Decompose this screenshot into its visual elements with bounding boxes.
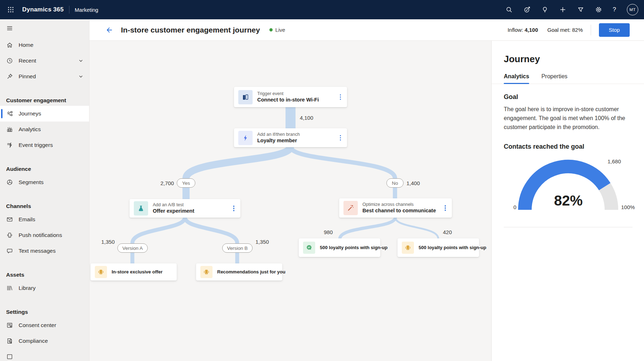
- edge-value-version-b: 1,350: [255, 239, 269, 245]
- topbar-actions: ? MT: [506, 4, 644, 15]
- sidebar-item-event-triggers[interactable]: Event triggers: [0, 137, 89, 153]
- inflow-value: 4,100: [525, 27, 538, 33]
- node-type-label: Add an A/B test: [153, 202, 194, 208]
- sidebar-item-label: Event triggers: [19, 142, 53, 148]
- phone-vibrate-icon: [6, 232, 13, 239]
- sidebar-item-label: Compliance: [19, 338, 48, 344]
- edge-sms: [340, 217, 395, 239]
- sidebar-item-analytics[interactable]: Analytics: [0, 122, 89, 137]
- panel-divider: [504, 227, 633, 227]
- gauge-heading: Contacts reached the goal: [504, 143, 633, 150]
- document-icon: [6, 353, 13, 360]
- journey-canvas[interactable]: 4,100 2,700 1,400 1,350 1,350 980 420 Ye…: [89, 41, 491, 361]
- more-options-button[interactable]: [338, 93, 343, 102]
- clock-icon: [6, 57, 13, 64]
- node-type-label: Trigger event: [257, 91, 319, 97]
- sidebar-item-segments[interactable]: Segments: [0, 174, 89, 190]
- panel-tabs: Analytics Properties: [492, 73, 644, 84]
- sidebar-item-journeys[interactable]: Journeys: [0, 106, 89, 122]
- envelope-icon: [6, 216, 13, 223]
- lightning-bolt-icon: [238, 131, 253, 145]
- sidebar-item-recent[interactable]: Recent: [0, 53, 89, 69]
- back-button[interactable]: [105, 26, 113, 34]
- phone-vibrate-icon: [95, 266, 107, 278]
- panel-title: Journey: [504, 54, 633, 65]
- document-badge-icon: [6, 322, 13, 329]
- node-push-offer-b[interactable]: Recommendations just for you: [196, 263, 282, 281]
- gauge-reached-label: 1,680: [608, 158, 621, 164]
- journey-header: In-store customer engagement journey Liv…: [89, 19, 644, 41]
- add-icon[interactable]: [559, 6, 566, 13]
- sidebar-item-label: Journeys: [19, 110, 41, 117]
- node-ab-test[interactable]: Add an A/B test Offer experiment: [130, 199, 240, 218]
- chat-bubble-icon: [6, 247, 13, 254]
- histogram-icon: [6, 126, 13, 133]
- collapse-sidebar-button[interactable]: [0, 19, 89, 37]
- sidebar-item-library[interactable]: Library: [0, 280, 89, 296]
- branch-pill-version-a: Version A: [117, 243, 148, 253]
- more-options-button[interactable]: [231, 204, 236, 213]
- sidebar-item-label: Recent: [19, 58, 36, 64]
- node-title: 500 loyalty points with sign-up: [320, 244, 376, 251]
- tab-properties[interactable]: Properties: [541, 73, 567, 84]
- sidebar-item-partial[interactable]: [0, 349, 89, 361]
- tab-analytics[interactable]: Analytics: [504, 73, 529, 84]
- guide-check-icon[interactable]: [523, 6, 531, 13]
- node-title: Recommendations just for you: [217, 269, 278, 275]
- edge-version-b: [185, 217, 237, 264]
- sidebar-item-home[interactable]: Home: [0, 37, 89, 53]
- help-icon[interactable]: ?: [613, 6, 616, 13]
- books-icon: [6, 285, 13, 292]
- sidebar-item-text-messages[interactable]: Text messages: [0, 243, 89, 259]
- filter-icon[interactable]: [577, 6, 584, 13]
- pie-icon: [6, 179, 13, 186]
- page-title: In-store customer engagement journey: [121, 26, 260, 34]
- node-push-offer-a[interactable]: In-store exclusive offer: [91, 263, 177, 281]
- node-push-loyalty[interactable]: 500 loyalty points with sign-up: [397, 238, 479, 257]
- sidebar-section-heading: Assets: [0, 269, 89, 280]
- sidebar-item-emails[interactable]: Emails: [0, 212, 89, 227]
- node-trigger-event[interactable]: Trigger event Connect to in-store Wi-Fi: [234, 87, 347, 107]
- node-title: Offer experiment: [153, 208, 194, 215]
- gauge-value: 82%: [504, 193, 633, 209]
- brand-title: Dynamics 365: [22, 6, 64, 13]
- home-icon: [6, 41, 13, 49]
- edge-value-push: 420: [443, 229, 452, 235]
- sidebar-item-label: Consent center: [19, 322, 56, 328]
- phone-vibrate-icon: [200, 266, 213, 278]
- settings-gear-icon[interactable]: [595, 6, 602, 13]
- sidebar-item-label: Analytics: [19, 126, 41, 133]
- sidebar-item-push-notifications[interactable]: Push notifications: [0, 227, 89, 243]
- brand-divider: [69, 6, 69, 14]
- node-title: 500 loyalty points with sign-up: [419, 244, 475, 251]
- node-if-then-branch[interactable]: Add an if/then branch Loyalty member: [234, 128, 347, 147]
- phone-vibrate-icon: [402, 242, 414, 254]
- arrow-left-icon: [105, 26, 113, 34]
- edge-value-sms: 980: [324, 229, 333, 235]
- sidebar-section-heading: Audience: [0, 164, 89, 174]
- stop-button[interactable]: Stop: [599, 23, 630, 37]
- avatar[interactable]: MT: [627, 4, 638, 15]
- branch-pill-yes: Yes: [177, 178, 195, 188]
- sidebar-item-label: Emails: [19, 216, 35, 223]
- node-sms-loyalty[interactable]: 500 loyalty points with sign-up: [299, 238, 380, 257]
- more-options-button[interactable]: [443, 203, 448, 213]
- more-options-button[interactable]: [338, 133, 343, 143]
- waffle-menu-icon[interactable]: [6, 5, 16, 15]
- lightbulb-icon[interactable]: [541, 6, 548, 13]
- search-icon[interactable]: [506, 6, 513, 13]
- goal-met-metric: Goal met: 82%: [547, 27, 583, 33]
- app-area-label: Marketing: [75, 7, 98, 13]
- sidebar-item-consent-center[interactable]: Consent center: [0, 317, 89, 333]
- sidebar-item-pinned[interactable]: Pinned: [0, 69, 89, 84]
- sidebar-item-label: Home: [19, 42, 33, 48]
- status-label: Live: [275, 27, 286, 33]
- chevron-down-icon[interactable]: [78, 58, 83, 63]
- sidebar-item-label: Library: [19, 285, 35, 291]
- branch-pill-no: No: [386, 178, 404, 188]
- node-optimize-channels[interactable]: Optimize across channels Best channel to…: [339, 198, 452, 218]
- sidebar-item-compliance[interactable]: Compliance: [0, 333, 89, 349]
- chevron-down-icon[interactable]: [78, 74, 83, 79]
- pin-icon: [6, 73, 13, 80]
- node-title: Connect to in-store Wi-Fi: [257, 97, 319, 104]
